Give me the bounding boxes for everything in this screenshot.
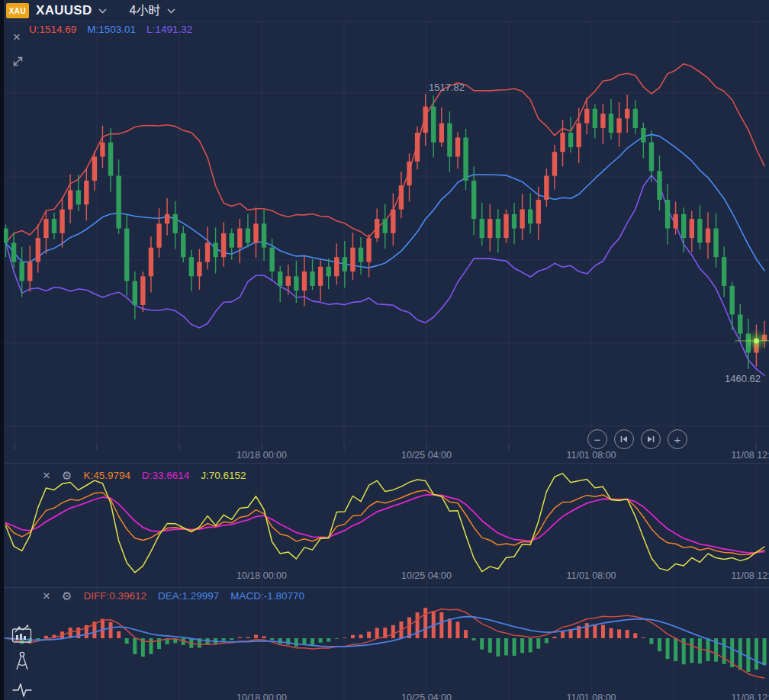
symbol-badge: XAU xyxy=(6,3,29,18)
boll-upper-value: U:1514.69 xyxy=(29,24,76,35)
chevron-down-icon xyxy=(98,8,107,14)
time-label: 10/18 00:00 xyxy=(236,692,287,700)
time-label: 10/18 00:00 xyxy=(236,450,287,461)
kdj-header: × ⚙ K:45.9794 D:33.6614 J:70.6152 xyxy=(43,470,246,481)
header-separator xyxy=(0,21,769,22)
close-icon[interactable]: × xyxy=(43,470,50,481)
time-label: 10/25 04:00 xyxy=(401,450,452,461)
skip-forward-button[interactable] xyxy=(641,429,661,449)
time-label: 10/25 04:00 xyxy=(401,692,452,700)
high-price-label: 1517.82 xyxy=(429,82,465,93)
plus-icon: + xyxy=(674,433,681,446)
close-icon[interactable]: × xyxy=(43,591,50,602)
timeframe-label: 4小时 xyxy=(130,3,161,19)
indicator-tool-icon[interactable] xyxy=(11,624,34,645)
boll-lower-value: L:1491.32 xyxy=(146,24,192,35)
pulse-tool-icon[interactable] xyxy=(11,681,34,699)
time-label: 11/01 08:00 xyxy=(566,692,616,700)
close-icon[interactable]: × xyxy=(13,32,21,43)
macd-header: × ⚙ DIFF:0.39612 DEA:1.29997 MACD:-1.807… xyxy=(43,590,304,602)
panel-divider-kdj xyxy=(0,463,769,464)
time-label: 11/01 08:00 xyxy=(566,570,616,581)
time-label: 10/18 00:00 xyxy=(236,570,287,581)
skip-back-button[interactable] xyxy=(614,429,634,449)
symbol-label: XAUUSD xyxy=(36,3,92,18)
kdj-d-value: D:33.6614 xyxy=(142,470,189,481)
macd-indicator-chart[interactable] xyxy=(0,588,769,700)
timeframe-selector[interactable]: 4小时 xyxy=(130,3,175,19)
time-label: 11/08 12:00 xyxy=(731,450,769,461)
time-label: 11/08 12:00 xyxy=(731,570,769,581)
macd-dea-value: DEA:1.29997 xyxy=(158,590,219,602)
kdj-j-value: J:70.6152 xyxy=(201,470,246,481)
chevron-down-icon xyxy=(167,8,175,14)
gear-icon[interactable]: ⚙ xyxy=(62,591,72,602)
boll-values: U:1514.69 M:1503.01 L:1491.32 xyxy=(29,24,192,35)
boll-middle-value: M:1503.01 xyxy=(87,24,136,35)
time-label: 11/01 08:00 xyxy=(566,450,616,461)
symbol-selector[interactable]: XAUUSD xyxy=(36,3,107,18)
low-price-label: 1460.62 xyxy=(725,373,761,384)
kdj-k-value: K:45.9794 xyxy=(83,470,130,481)
macd-diff-value: DIFF:0.39612 xyxy=(83,590,146,602)
collapse-icon[interactable] xyxy=(11,55,24,68)
zoom-out-button[interactable]: − xyxy=(587,429,607,449)
skip-back-icon xyxy=(619,435,629,443)
compass-tool-icon[interactable] xyxy=(11,650,34,674)
chart-header: XAU XAUUSD 4小时 xyxy=(0,0,769,21)
kdj-indicator-chart[interactable] xyxy=(0,464,769,587)
left-edge-strip xyxy=(0,0,4,700)
gear-icon[interactable]: ⚙ xyxy=(62,470,72,481)
zoom-in-button[interactable]: + xyxy=(668,429,687,449)
skip-forward-icon xyxy=(646,435,655,443)
time-label: 10/25 04:00 xyxy=(401,570,452,581)
macd-macd-value: MACD:-1.80770 xyxy=(230,590,304,602)
main-candlestick-chart[interactable] xyxy=(0,0,769,463)
time-label: 11/08 12:00 xyxy=(731,692,769,700)
minus-icon: − xyxy=(594,433,601,446)
panel-divider-macd xyxy=(0,587,769,588)
